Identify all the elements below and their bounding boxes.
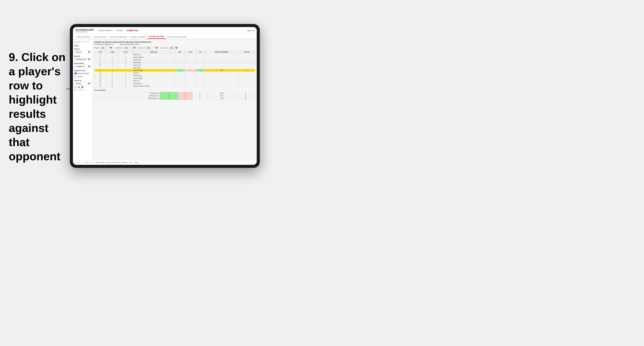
out-of-division-table: Foreign Team1004.5002NAIA Division 11500… (94, 92, 255, 100)
table-header-row: # Div # Reg # Conf Opponent Win Loss Tie… (94, 51, 255, 53)
gender-label: Gender (74, 48, 91, 50)
sidebar-colour: Colour by Win/loss Down Level Up (74, 80, 91, 90)
col-div: # Div (94, 51, 106, 53)
up-dot (81, 86, 84, 88)
crop-btn[interactable]: ⊡ ▾ (130, 162, 132, 164)
division-label: Division (74, 55, 91, 57)
col-tie: Tie (196, 51, 204, 53)
sub-nav: TEAM SUMMARY TEAM H2H GRID TEAM H2H HEAT… (73, 34, 257, 39)
col-diff: Diff Av Strokes/Rnd (204, 51, 239, 53)
last-updated: Last Updated: 27/03/202416:55:28 (74, 41, 91, 44)
table-row[interactable]: Haejo Hyun (94, 66, 255, 69)
sidebar-player-section: Player (74, 45, 91, 46)
redo-btn[interactable]: ↪ (77, 162, 78, 164)
table-row[interactable]: 131Jessica Huang010-3.002 (94, 69, 255, 72)
col-opponent: Opponent (132, 51, 175, 53)
player-rank-select[interactable]: 8. Katelyn Vo (74, 65, 91, 68)
out-table-row[interactable]: NAIA Division 115009.26730 (94, 95, 255, 97)
tab-team-summary[interactable]: TEAM SUMMARY (75, 36, 92, 39)
col-rounds: Rounds (239, 51, 255, 53)
nav-tournaments[interactable]: TOURNAMENTS (97, 29, 112, 32)
annotation-text: 9. Click on a player's row to highlight … (9, 50, 70, 164)
tab-player-summary[interactable]: PLAYER SUMMARY (128, 36, 147, 39)
table-row[interactable]: 522Alexis Sudjianto (94, 56, 255, 59)
tab-team-h2h-heatmap[interactable]: TEAM H2H HEATMAP (108, 36, 128, 39)
table-row[interactable]: 1691Jessica Mason (94, 77, 255, 80)
table-row[interactable]: 19106Emily Chang (94, 82, 255, 85)
col-reg: # Reg (106, 51, 118, 53)
col-loss: Loss (185, 51, 196, 53)
col-win: Win (175, 51, 185, 53)
table-row[interactable]: 1063Andrea York (94, 64, 255, 66)
copy-btn[interactable]: ⎘ (84, 162, 85, 163)
conference-filter: Conference (All) (114, 46, 136, 49)
conference-select[interactable]: (All) (123, 46, 136, 49)
opponent-select[interactable]: (All) (146, 46, 158, 49)
table-row[interactable]: 31Esther Lee (94, 53, 255, 56)
undo-btn[interactable]: ↩ (75, 162, 76, 164)
tab-player-h2h-grid[interactable]: PLAYER H2H GRID (147, 35, 166, 39)
view-original-btn[interactable]: View: Original (96, 162, 104, 163)
colour-select[interactable]: Win/loss (74, 82, 91, 85)
sidebar-gender: Gender Women's (74, 48, 91, 54)
opponent-filter: Opponent (All) (138, 46, 158, 49)
colour-legend: Down Level Up (74, 89, 91, 90)
nav-bar: SCOREBOARD Powered by clippd TOURNAMENTS… (73, 27, 257, 34)
division-record: Division Record: 331 - 34 - 6 (120, 44, 139, 45)
tablet-frame: SCOREBOARD Powered by clippd TOURNAMENTS… (70, 24, 260, 168)
out-table-row[interactable]: NCAA Division 25007.40010 (94, 97, 255, 100)
nav-teams[interactable]: TEAMS (116, 29, 123, 32)
down-dot (74, 86, 76, 88)
colour-dots (74, 86, 91, 88)
opponent-played-option[interactable]: Opponents Played (74, 72, 91, 75)
opponent-view-options: Opponents Played Top 100 (74, 72, 91, 78)
tab-player-h2h-heatmap[interactable]: PLAYER H2H HEATMAP (166, 36, 188, 39)
h2h-table: # Div # Reg # Conf Opponent Win Loss Tie… (94, 51, 255, 87)
filter-row: Region (All) Conference (All) Opponent (94, 46, 255, 49)
nav-logo: SCOREBOARD Powered by clippd (76, 28, 94, 32)
nav-signout[interactable]: Sign out (247, 29, 254, 32)
main-content: Last Updated: 27/03/202416:55:28 Player … (73, 39, 257, 160)
table-row[interactable]: 1585Stella Cheng (94, 74, 255, 77)
col-conf: # Conf (118, 51, 132, 53)
overall-record: Overall Record: 353 - 34 - 6 (94, 44, 113, 45)
nav-committee[interactable]: COMMITTEE (126, 29, 138, 32)
colour-label: Colour by (74, 80, 91, 81)
table-row[interactable]: 1474Eunice Yi (94, 72, 255, 74)
region-select[interactable]: (All) (100, 46, 113, 49)
gender-select[interactable]: Women's (74, 50, 91, 54)
top100-option[interactable]: Top 100 (74, 75, 91, 78)
player-rank-label: Player (Rank) (74, 63, 91, 64)
out-table-row[interactable]: Foreign Team1004.5002 (94, 92, 255, 95)
grid-btn[interactable]: ⊞ ▾ (86, 162, 89, 164)
nav-links: TOURNAMENTS TEAMS COMMITTEE (97, 29, 247, 32)
sidebar-division: Division NCAA Division III (74, 55, 91, 61)
sidebar-player-rank: Player (Rank) 8. Katelyn Vo (74, 63, 91, 68)
table-row[interactable]: 914Sharon Mun (94, 61, 255, 64)
forward-btn[interactable]: ↫ (80, 162, 81, 164)
out-of-division-label: Out of division (94, 89, 255, 91)
tablet-screen: SCOREBOARD Powered by clippd TOURNAMENTS… (73, 27, 257, 165)
opponents-label: Opponents: (All) (160, 46, 178, 49)
division-select[interactable]: NCAA Division III (74, 58, 91, 61)
grid-title: Katelyn Vo Head-to-Head Grid for Women's… (94, 41, 255, 43)
table-row[interactable]: 20117Federica Domecq Lacroze (94, 85, 255, 87)
toolbar: ↩ ↪ ↫ ⎘ ⊞ ▾ ⟳ View: Original ⊞ Save Cust… (73, 160, 257, 165)
grid-area: Katelyn Vo Head-to-Head Grid for Women's… (92, 39, 257, 160)
refresh-btn[interactable]: ⟳ (92, 162, 93, 164)
opponents-all-select[interactable]: (All) (168, 46, 178, 49)
table-row[interactable]: 1822Euna Lee (94, 80, 255, 82)
player-section-label: Player (74, 45, 91, 46)
sidebar: Last Updated: 27/03/202416:55:28 Player … (73, 39, 92, 160)
opponent-view-label: Opponent view (74, 70, 91, 71)
watch-btn[interactable]: 👁 Watch ▾ (121, 162, 128, 164)
save-custom-btn[interactable]: ⊞ Save Custom View (106, 162, 120, 164)
table-row[interactable]: 613Sydney Kuo (94, 59, 255, 61)
level-dot (78, 86, 80, 88)
grid-records: Overall Record: 353 - 34 - 6 Division Re… (94, 44, 255, 45)
region-filter: Region (All) (94, 46, 113, 49)
sidebar-opponent-view: Opponent view Opponents Played Top 100 (74, 70, 91, 78)
tab-team-h2h-grid[interactable]: TEAM H2H GRID (92, 36, 108, 39)
share-btn[interactable]: ⤴ Share (134, 162, 138, 163)
